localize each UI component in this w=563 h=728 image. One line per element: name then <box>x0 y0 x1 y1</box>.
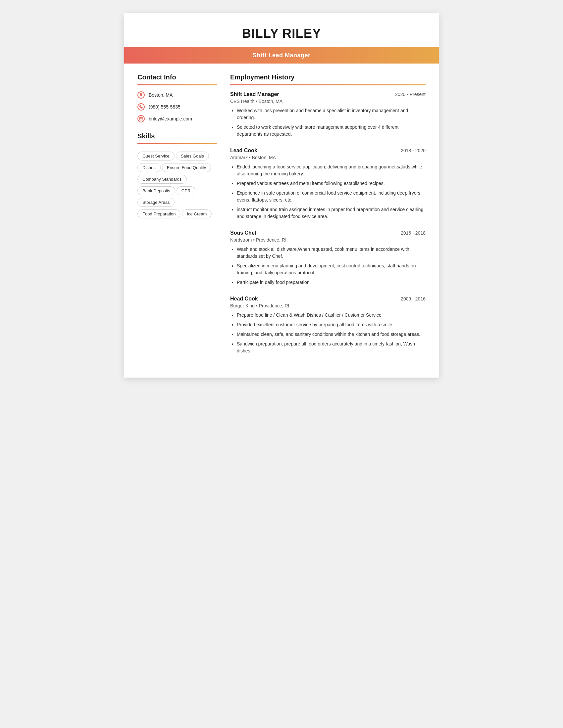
job-company: CVS Health • Boston, MA <box>230 99 426 104</box>
job-entry: Head Cook2009 - 2016Burger King • Provid… <box>230 296 426 354</box>
skills-divider <box>137 143 217 144</box>
job-bullet: Experience in safe operation of commerci… <box>237 190 426 204</box>
skill-tag: Ensure Food Quality <box>162 163 211 172</box>
contact-email-text: briley@example.com <box>149 116 192 121</box>
employment-divider <box>230 84 426 85</box>
job-entry: Sous Chef2016 - 2018Nordstrom • Providen… <box>230 230 426 286</box>
skill-tag: Storage Areas <box>137 198 174 207</box>
job-title: Lead Cook <box>230 148 257 154</box>
job-title: Sous Chef <box>230 230 256 236</box>
job-bullet: Provided excellent customer service by p… <box>237 321 426 328</box>
job-bullet: Specialized in menu planning and develop… <box>237 262 426 276</box>
resume-container: BILLY RILEY Shift Lead Manager Contact I… <box>124 13 439 378</box>
job-bullet: Participate in daily food preparation. <box>237 279 426 286</box>
sidebar: Contact Info Boston, MA <box>137 73 217 364</box>
job-bullet: Worked with loss prevention and became a… <box>237 107 426 121</box>
skill-tag: Ice Cream <box>182 209 211 218</box>
job-bullet: Wash and stock all dish ware.When reques… <box>237 246 426 260</box>
job-bullets: Wash and stock all dish ware.When reques… <box>230 246 426 286</box>
location-icon <box>137 91 145 99</box>
job-bullet: Prepare food line / Clean & Wash Dishes … <box>237 312 426 319</box>
skills-section: Skills Guest ServiceSales GoalsDishesEns… <box>137 132 217 220</box>
email-icon <box>137 115 145 122</box>
job-bullet: Maintained clean, safe, and sanitary con… <box>237 331 426 338</box>
contact-section: Contact Info Boston, MA <box>137 73 217 122</box>
body-layout: Contact Info Boston, MA <box>124 73 439 378</box>
skill-tag: Company Standards <box>137 175 187 184</box>
job-entry: Lead Cook2018 - 2020Aramark • Boston, MA… <box>230 148 426 220</box>
skill-tag: CPR <box>176 186 195 195</box>
job-title: Shift Lead Manager <box>230 91 279 97</box>
skill-tag: Guest Service <box>137 152 174 160</box>
job-entry: Shift Lead Manager2020 - PresentCVS Heal… <box>230 91 426 138</box>
skill-tag: Bank Deposits <box>137 186 175 195</box>
main-content: Employment History Shift Lead Manager202… <box>230 73 426 364</box>
job-bullet: Prepared various entrees and menu items … <box>237 180 426 187</box>
job-bullets: Worked with loss prevention and became a… <box>230 107 426 138</box>
job-bullet: Selected to work cohesively with store m… <box>237 124 426 138</box>
contact-email: briley@example.com <box>137 115 217 122</box>
employment-section-title: Employment History <box>230 73 426 81</box>
contact-location-text: Boston, MA <box>149 92 172 98</box>
job-company: Burger King • Providence, RI <box>230 303 426 308</box>
job-bullet: Ended launching a food service applicati… <box>237 163 426 177</box>
header-title: Shift Lead Manager <box>252 52 310 59</box>
job-dates: 2020 - Present <box>395 92 426 97</box>
job-company: Aramark • Boston, MA <box>230 155 426 160</box>
job-header: Shift Lead Manager2020 - Present <box>230 91 426 97</box>
employment-section: Employment History Shift Lead Manager202… <box>230 73 426 354</box>
job-dates: 2016 - 2018 <box>401 230 426 236</box>
skill-tag: Sales Goals <box>176 152 209 160</box>
svg-rect-0 <box>139 117 143 120</box>
contact-phone-text: (980) 555-5835 <box>149 104 180 110</box>
skill-tag: Food Preparation <box>137 209 180 218</box>
job-header: Lead Cook2018 - 2020 <box>230 148 426 154</box>
job-dates: 2018 - 2020 <box>401 148 426 153</box>
job-title: Head Cook <box>230 296 258 302</box>
job-bullets: Prepare food line / Clean & Wash Dishes … <box>230 312 426 354</box>
jobs-container: Shift Lead Manager2020 - PresentCVS Heal… <box>230 91 426 354</box>
skills-tags: Guest ServiceSales GoalsDishesEnsure Foo… <box>137 150 217 220</box>
resume-name: BILLY RILEY <box>124 13 439 47</box>
contact-section-title: Contact Info <box>137 73 217 81</box>
skill-tag: Dishes <box>137 163 161 172</box>
job-dates: 2009 - 2016 <box>401 296 426 301</box>
job-company: Nordstrom • Providence, RI <box>230 237 426 243</box>
contact-divider <box>137 84 217 85</box>
job-header: Sous Chef2016 - 2018 <box>230 230 426 236</box>
job-header: Head Cook2009 - 2016 <box>230 296 426 302</box>
skills-section-title: Skills <box>137 132 217 140</box>
job-bullet: instruct monitor and train assigned inma… <box>237 206 426 220</box>
contact-location: Boston, MA <box>137 91 217 99</box>
job-bullet: Sandwich preparation, prepare all food o… <box>237 341 426 354</box>
contact-phone: (980) 555-5835 <box>137 103 217 111</box>
header-title-bar: Shift Lead Manager <box>124 47 439 64</box>
job-bullets: Ended launching a food service applicati… <box>230 163 426 220</box>
phone-icon <box>137 103 145 111</box>
